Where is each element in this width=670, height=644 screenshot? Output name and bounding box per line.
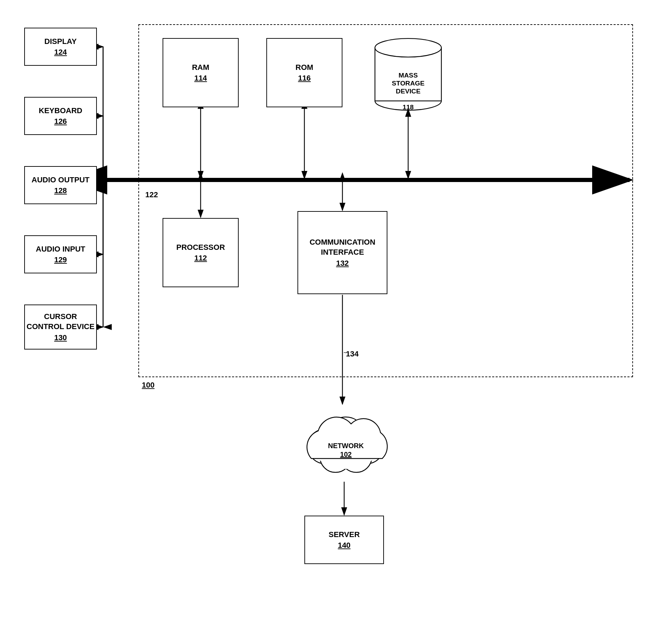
rom-number: 116 (298, 74, 311, 83)
cursor-control-box: CURSOR CONTROL DEVICE 130 (24, 305, 97, 350)
svg-point-28 (375, 38, 441, 57)
server-number: 140 (338, 541, 351, 550)
processor-box: PROCESSOR 112 (163, 218, 239, 287)
svg-text:STORAGE: STORAGE (392, 80, 425, 87)
audio-output-label: AUDIO OUTPUT (31, 175, 89, 185)
server-box: SERVER 140 (304, 516, 384, 564)
svg-text:NETWORK: NETWORK (328, 442, 364, 450)
audio-input-box: AUDIO INPUT 129 (24, 235, 97, 273)
rom-label: ROM (295, 63, 313, 73)
cursor-control-label: CURSOR CONTROL DEVICE (25, 312, 96, 332)
comm-interface-box: COMMUNICATION INTERFACE 132 (297, 211, 387, 294)
keyboard-number: 126 (54, 117, 67, 126)
ram-label: RAM (192, 63, 209, 73)
audio-output-box: AUDIO OUTPUT 128 (24, 166, 97, 204)
svg-text:DEVICE: DEVICE (396, 88, 421, 95)
keyboard-label: KEYBOARD (39, 106, 82, 116)
network-container: NETWORK 102 (297, 405, 394, 481)
ram-number: 114 (194, 74, 207, 83)
keyboard-box: KEYBOARD 126 (24, 97, 97, 135)
svg-text:102: 102 (340, 451, 351, 458)
comm-interface-number: 132 (336, 259, 349, 268)
rom-box: ROM 116 (266, 38, 342, 107)
processor-label: PROCESSOR (176, 243, 225, 253)
server-label: SERVER (329, 530, 360, 540)
processor-number: 112 (194, 254, 207, 263)
mass-storage-container: MASS STORAGE DEVICE 118 (367, 31, 450, 114)
cursor-control-number: 130 (54, 333, 67, 342)
comm-interface-label: COMMUNICATION INTERFACE (298, 237, 387, 257)
svg-text:118: 118 (403, 103, 414, 111)
system-label: 100 (142, 381, 155, 390)
audio-input-number: 129 (54, 255, 67, 264)
system-number: 100 (142, 381, 155, 389)
audio-output-number: 128 (54, 186, 67, 195)
display-box: DISPLAY 124 (24, 28, 97, 66)
ram-box: RAM 114 (163, 38, 239, 107)
display-label: DISPLAY (44, 37, 76, 47)
display-number: 124 (54, 48, 67, 57)
svg-text:MASS: MASS (398, 72, 418, 79)
audio-input-label: AUDIO INPUT (36, 244, 85, 254)
